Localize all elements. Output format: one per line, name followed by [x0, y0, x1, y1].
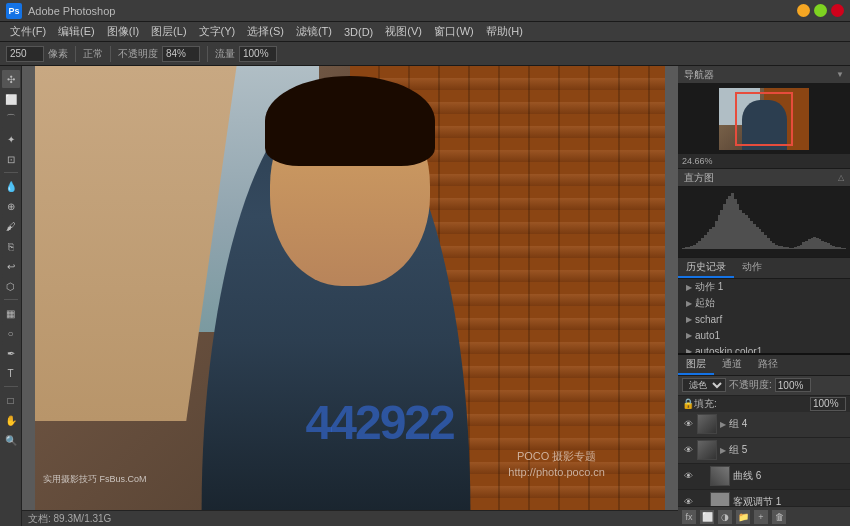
lasso-tool[interactable]: ⌒	[2, 110, 20, 128]
shape-tool[interactable]: □	[2, 391, 20, 409]
layer-visibility-icon[interactable]: 👁	[682, 496, 694, 506]
layer-group-arrow[interactable]: ▶	[720, 420, 726, 429]
menu-item[interactable]: 窗口(W)	[428, 24, 480, 39]
layer-item[interactable]: 👁曲线 6	[678, 464, 850, 490]
dodge-tool[interactable]: ○	[2, 324, 20, 342]
history-item-label: autoskin color1	[695, 346, 762, 353]
navigator-collapse[interactable]: ▼	[836, 70, 844, 79]
history-item[interactable]: ▶动作 1	[678, 279, 850, 295]
menu-item[interactable]: 文件(F)	[4, 24, 52, 39]
zoom-tool[interactable]: 🔍	[2, 431, 20, 449]
photo-container: 442922 POCO 摄影专题 http://photo.poco.cn 实用…	[22, 66, 678, 510]
layer-visibility-icon[interactable]: 👁	[682, 418, 694, 430]
healing-tool[interactable]: ⊕	[2, 197, 20, 215]
tab-layers[interactable]: 图层	[678, 355, 714, 375]
add-style-button[interactable]: fx	[682, 510, 696, 524]
clone-tool[interactable]: ⎘	[2, 237, 20, 255]
hair-layer	[265, 76, 435, 166]
maximize-button[interactable]	[814, 4, 827, 17]
menu-item[interactable]: 图像(I)	[101, 24, 145, 39]
layer-opacity-input[interactable]	[775, 378, 811, 392]
titlebar: Ps Adobe Photoshop	[0, 0, 850, 22]
menu-item[interactable]: 滤镜(T)	[290, 24, 338, 39]
crop-tool[interactable]: ⊡	[2, 150, 20, 168]
canvas-area[interactable]: 442922 POCO 摄影专题 http://photo.poco.cn 实用…	[22, 66, 678, 526]
history-item-label: auto1	[695, 330, 720, 341]
blend-mode-select[interactable]: 滤色 正常 叠加 柔光	[682, 378, 726, 392]
minimize-button[interactable]	[797, 4, 810, 17]
doc-size: 文档: 89.3M/1.31G	[28, 512, 111, 526]
tab-channels[interactable]: 通道	[714, 355, 750, 375]
histogram-title: 直方图	[684, 171, 714, 185]
tool-separator	[4, 172, 18, 173]
history-item-label: scharf	[695, 314, 722, 325]
eyedropper-tool[interactable]: 💧	[2, 177, 20, 195]
add-group-button[interactable]: 📁	[736, 510, 750, 524]
hand-tool[interactable]: ✋	[2, 411, 20, 429]
navigator-title: 导航器	[684, 68, 714, 82]
pen-tool[interactable]: ✒	[2, 344, 20, 362]
nav-thumbnail	[719, 88, 809, 150]
histogram-panel: 直方图 △	[678, 169, 850, 258]
gradient-tool[interactable]: ▦	[2, 304, 20, 322]
eraser-tool[interactable]: ⬡	[2, 277, 20, 295]
layer-name-label: 组 4	[729, 417, 846, 431]
add-adjustment-button[interactable]: ◑	[718, 510, 732, 524]
type-tool[interactable]: T	[2, 364, 20, 382]
quick-select-tool[interactable]: ✦	[2, 130, 20, 148]
history-list: ▶动作 1▶起始▶scharf▶auto1▶autoskin color1▶复制…	[678, 279, 850, 353]
history-item[interactable]: ▶起始	[678, 295, 850, 311]
nav-viewport-rect[interactable]	[735, 92, 793, 146]
layer-visibility-icon[interactable]: 👁	[682, 470, 694, 482]
menu-item[interactable]: 3D(D)	[338, 26, 379, 38]
menu-item[interactable]: 帮助(H)	[480, 24, 529, 39]
history-item[interactable]: ▶auto1	[678, 327, 850, 343]
watermark-poco: POCO 摄影专题 http://photo.poco.cn	[508, 449, 605, 480]
app-icon: Ps	[6, 3, 22, 19]
histogram-header[interactable]: 直方图 △	[678, 169, 850, 187]
tab-history[interactable]: 历史记录	[678, 258, 734, 278]
layer-group-arrow[interactable]: ▶	[720, 446, 726, 455]
opacity-input[interactable]	[162, 46, 200, 62]
layer-name-label: 客观调节 1	[733, 495, 846, 506]
histogram-bar	[843, 248, 846, 249]
layer-visibility-icon[interactable]: 👁	[682, 444, 694, 456]
history-brush-tool[interactable]: ↩	[2, 257, 20, 275]
nav-zoom-value: 24.66%	[678, 154, 850, 168]
marquee-tool[interactable]: ⬜	[2, 90, 20, 108]
navigator-header[interactable]: 导航器 ▼	[678, 66, 850, 84]
add-layer-button[interactable]: +	[754, 510, 768, 524]
menubar: 文件(F)编辑(E)图像(I)图层(L)文字(Y)选择(S)滤镜(T)3D(D)…	[0, 22, 850, 42]
navigator-preview	[678, 84, 850, 154]
history-item[interactable]: ▶scharf	[678, 311, 850, 327]
menu-item[interactable]: 视图(V)	[379, 24, 428, 39]
layer-item[interactable]: 👁▶组 5	[678, 438, 850, 464]
history-item[interactable]: ▶autoskin color1	[678, 343, 850, 353]
add-mask-button[interactable]: ⬜	[700, 510, 714, 524]
layer-item[interactable]: 👁客观调节 1	[678, 490, 850, 507]
toolbox: ✣ ⬜ ⌒ ✦ ⊡ 💧 ⊕ 🖌 ⎘ ↩ ⬡ ▦ ○ ✒ T □ ✋ 🔍	[0, 66, 22, 526]
fill-input[interactable]	[810, 397, 846, 411]
menu-item[interactable]: 选择(S)	[241, 24, 290, 39]
menu-item[interactable]: 图层(L)	[145, 24, 192, 39]
watermark-line1: POCO 摄影专题	[508, 449, 605, 464]
fill-label: 填充:	[694, 397, 810, 411]
layer-thumbnail	[710, 466, 730, 486]
histogram-bars	[682, 191, 846, 249]
tab-actions[interactable]: 动作	[734, 258, 770, 278]
menu-item[interactable]: 文字(Y)	[193, 24, 242, 39]
brush-size-input[interactable]	[6, 46, 44, 62]
flow-input[interactable]	[239, 46, 277, 62]
options-bar: 像素 正常 不透明度 流量	[0, 42, 850, 66]
opacity-label: 不透明度	[118, 47, 158, 61]
delete-layer-button[interactable]: 🗑	[772, 510, 786, 524]
layer-item[interactable]: 👁▶组 4	[678, 412, 850, 438]
tab-paths[interactable]: 路径	[750, 355, 786, 375]
brush-tool[interactable]: 🖌	[2, 217, 20, 235]
blend-mode-label: 正常	[83, 47, 103, 61]
history-item-label: 动作 1	[695, 280, 723, 294]
menu-item[interactable]: 编辑(E)	[52, 24, 101, 39]
corner-text: 实用摄影技巧 FsBus.CoM	[43, 473, 147, 486]
close-button[interactable]	[831, 4, 844, 17]
move-tool[interactable]: ✣	[2, 70, 20, 88]
